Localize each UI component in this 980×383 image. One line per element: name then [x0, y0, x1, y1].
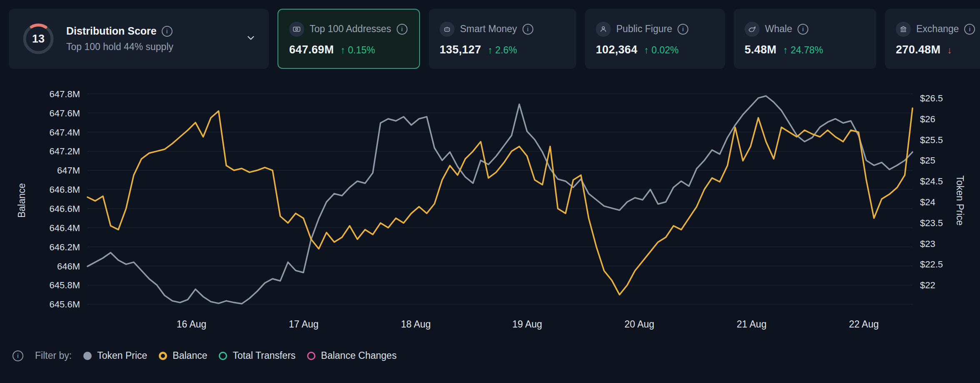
- stat-value: 647.69M: [289, 43, 334, 56]
- filter-bar: i Filter by: Token Price Balance Total T…: [0, 348, 980, 361]
- stat-change: ↑ 24.78%: [783, 45, 823, 56]
- svg-text:$25: $25: [920, 155, 935, 166]
- line-chart-canvas[interactable]: 647.8M647.6M647.4M647.2M647M646.8M646.6M…: [0, 72, 980, 348]
- stat-change: ↑ 2.6%: [488, 45, 517, 56]
- arrow-up-icon: ↑: [488, 45, 493, 55]
- stats-cards-row: 13 Distribution Score i Top 100 hold 44%…: [0, 0, 980, 69]
- svg-text:$26: $26: [920, 114, 935, 124]
- legend-label: Balance Changes: [321, 350, 397, 361]
- stat-value: 270.48M: [896, 43, 940, 56]
- banknote-icon: [289, 22, 304, 37]
- info-icon[interactable]: i: [522, 24, 533, 35]
- legend-label: Token Price: [97, 350, 147, 361]
- stat-label: Exchange: [916, 23, 959, 35]
- filter-by-label: Filter by:: [35, 350, 72, 361]
- info-icon[interactable]: i: [12, 350, 23, 361]
- chevron-down-icon[interactable]: [245, 33, 256, 45]
- svg-text:645.6M: 645.6M: [50, 299, 80, 310]
- stat-change: ↑ 0.02%: [644, 45, 679, 56]
- svg-text:19 Aug: 19 Aug: [512, 319, 542, 330]
- stat-card-whale[interactable]: Whale i 5.48M ↑ 24.78%: [734, 9, 876, 69]
- stat-change-value: 24.78%: [790, 45, 823, 55]
- svg-text:646.8M: 646.8M: [50, 184, 80, 195]
- info-icon[interactable]: i: [397, 24, 408, 35]
- svg-text:645.8M: 645.8M: [50, 280, 80, 290]
- distribution-score-subtitle: Top 100 hold 44% supply: [66, 41, 235, 53]
- arrow-up-icon: ↑: [340, 45, 345, 55]
- legend-label: Total Transfers: [232, 350, 295, 361]
- stat-card-public-figure[interactable]: Public Figure i 102,364 ↑ 0.02%: [585, 9, 725, 69]
- svg-text:647.4M: 647.4M: [50, 127, 80, 138]
- robot-icon: [440, 22, 455, 37]
- svg-text:647.8M: 647.8M: [50, 89, 80, 99]
- stat-change: ↑ 0.15%: [340, 45, 375, 56]
- svg-text:$23: $23: [920, 239, 935, 249]
- stat-value: 135,127: [440, 43, 481, 56]
- svg-text:$26.5: $26.5: [920, 93, 943, 103]
- arrow-down-icon: ↓: [947, 45, 952, 55]
- stat-change-value: 0.02%: [652, 45, 679, 55]
- svg-text:$24.5: $24.5: [920, 176, 943, 186]
- legend-total-transfers[interactable]: Total Transfers: [219, 350, 295, 361]
- stat-value: 102,364: [596, 43, 638, 56]
- svg-text:Balance: Balance: [16, 183, 27, 218]
- info-icon[interactable]: i: [162, 26, 172, 37]
- svg-text:647.2M: 647.2M: [50, 146, 80, 156]
- stat-card-exchange[interactable]: Exchange i 270.48M ↓: [885, 9, 980, 69]
- svg-text:17 Aug: 17 Aug: [289, 319, 319, 330]
- svg-text:646.2M: 646.2M: [50, 242, 80, 252]
- stat-label: Smart Money: [460, 23, 517, 35]
- legend-balance[interactable]: Balance: [159, 350, 207, 361]
- balance-changes-marker-icon: [307, 352, 315, 360]
- svg-text:16 Aug: 16 Aug: [177, 319, 207, 330]
- token-price-marker-icon: [83, 352, 92, 360]
- svg-text:$24: $24: [920, 197, 935, 207]
- person-icon: [596, 22, 611, 37]
- balance-marker-icon: [159, 352, 167, 360]
- svg-text:647M: 647M: [57, 165, 80, 176]
- svg-text:646.6M: 646.6M: [50, 204, 80, 214]
- svg-text:Token Price: Token Price: [955, 175, 965, 225]
- svg-text:646.4M: 646.4M: [50, 223, 80, 233]
- legend-label: Balance: [172, 350, 207, 361]
- legend-token-price[interactable]: Token Price: [83, 350, 147, 361]
- svg-text:$25.5: $25.5: [920, 135, 943, 145]
- whale-icon: [745, 22, 760, 37]
- info-icon[interactable]: i: [798, 24, 808, 35]
- svg-text:$22.5: $22.5: [920, 259, 943, 270]
- svg-text:21 Aug: 21 Aug: [737, 319, 767, 330]
- stat-label: Whale: [765, 23, 792, 35]
- distribution-score-gauge: 13: [21, 22, 55, 56]
- stat-label: Top 100 Addresses: [310, 23, 391, 35]
- distribution-score-card[interactable]: 13 Distribution Score i Top 100 hold 44%…: [9, 9, 269, 69]
- svg-text:646M: 646M: [57, 261, 80, 272]
- arrow-up-icon: ↑: [783, 45, 788, 55]
- stat-change: ↓: [947, 45, 952, 56]
- svg-text:18 Aug: 18 Aug: [401, 319, 431, 330]
- stat-value: 5.48M: [745, 43, 777, 56]
- svg-text:20 Aug: 20 Aug: [625, 319, 655, 330]
- balance-price-chart[interactable]: 647.8M647.6M647.4M647.2M647M646.8M646.6M…: [0, 72, 980, 348]
- svg-text:$22: $22: [920, 280, 935, 290]
- total-transfers-marker-icon: [219, 352, 227, 360]
- stat-card-smart-money[interactable]: Smart Money i 135,127 ↑ 2.6%: [429, 9, 576, 69]
- distribution-score-value: 13: [21, 22, 55, 56]
- svg-text:22 Aug: 22 Aug: [849, 319, 879, 330]
- stat-label: Public Figure: [616, 23, 672, 35]
- stat-card-top-100-addresses[interactable]: Top 100 Addresses i 647.69M ↑ 0.15%: [278, 9, 420, 69]
- distribution-score-text: Distribution Score i Top 100 hold 44% su…: [66, 25, 235, 53]
- stat-change-value: 2.6%: [495, 45, 517, 55]
- distribution-score-title: Distribution Score: [66, 25, 157, 37]
- svg-text:647.6M: 647.6M: [50, 108, 80, 118]
- svg-text:$23.5: $23.5: [920, 218, 943, 228]
- stat-change-value: 0.15%: [348, 45, 375, 55]
- info-icon[interactable]: i: [678, 24, 688, 35]
- info-icon[interactable]: i: [964, 24, 975, 35]
- legend-balance-changes[interactable]: Balance Changes: [307, 350, 397, 361]
- arrow-up-icon: ↑: [644, 45, 649, 55]
- bank-icon: [896, 22, 911, 37]
